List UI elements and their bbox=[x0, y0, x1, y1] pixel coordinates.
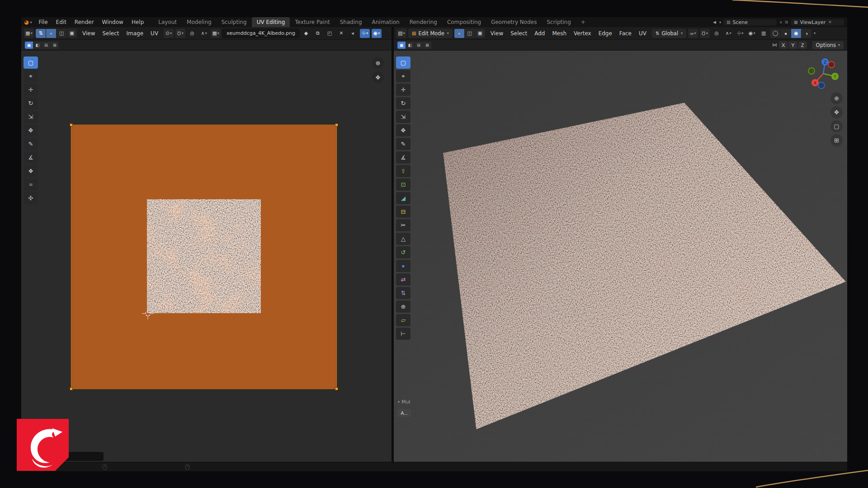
workspace-tab[interactable]: Animation bbox=[367, 17, 405, 27]
cursor-tool[interactable]: ⌖ bbox=[24, 70, 38, 82]
mode-selector[interactable]: ▧ Edit Mode ▾ bbox=[408, 29, 453, 38]
annotate-tool[interactable]: ✎ bbox=[396, 138, 410, 150]
uv-menu-item[interactable]: Select bbox=[99, 29, 123, 38]
measure-tool[interactable]: ∡ bbox=[396, 151, 410, 164]
uv-face-select[interactable]: ▣ bbox=[67, 29, 77, 38]
pin-toggle[interactable]: ➤ bbox=[348, 29, 358, 38]
falloff-curve-button[interactable]: ∧▾ bbox=[199, 29, 209, 38]
mesh-plane[interactable] bbox=[394, 51, 847, 462]
uv-menu-item[interactable]: View bbox=[79, 29, 99, 38]
rotate-tool[interactable]: ↻ bbox=[24, 97, 38, 109]
spin-tool[interactable]: ↺ bbox=[396, 246, 410, 258]
select-mode-subtract[interactable]: ⊟ bbox=[42, 42, 50, 49]
workspace-tab[interactable]: Shading bbox=[335, 17, 367, 27]
editor-type-button[interactable]: ▧▾ bbox=[396, 29, 406, 38]
menubar-item[interactable]: Render bbox=[71, 18, 98, 26]
shading-material[interactable]: ◉ bbox=[791, 29, 801, 38]
workspace-tab[interactable]: Texture Paint bbox=[290, 17, 335, 27]
transform-tool[interactable]: ✥ bbox=[24, 124, 38, 136]
proportional-editing-toggle[interactable]: ◎ bbox=[712, 29, 722, 38]
workspace-tab[interactable]: Sculpting bbox=[217, 17, 252, 27]
fake-user-toggle[interactable]: ◆ bbox=[301, 29, 311, 38]
mirror-axis-toggle[interactable]: X bbox=[779, 41, 788, 49]
viewport-menu-item[interactable]: Select bbox=[507, 29, 531, 38]
menubar-item[interactable]: Edit bbox=[52, 18, 71, 26]
viewport-menu-item[interactable]: UV bbox=[635, 29, 650, 38]
uv-corner-vertex[interactable] bbox=[335, 123, 338, 127]
viewport-menu-item[interactable]: Face bbox=[616, 29, 635, 38]
uv-canvas[interactable]: ▢⌖✛↻⇲✥✎∡❖≈✣ bbox=[21, 51, 392, 462]
scene-selector[interactable]: ▧ Scene bbox=[723, 19, 777, 26]
move-tool[interactable]: ✛ bbox=[396, 84, 410, 96]
select-mode-intersect[interactable]: ⊞ bbox=[51, 42, 59, 49]
zoom-gizmo[interactable]: ⊕ bbox=[372, 57, 384, 69]
perspective-toggle-gizmo[interactable]: ⊞ bbox=[830, 134, 843, 146]
face-select-mode[interactable]: ▣ bbox=[475, 29, 485, 38]
viewport-3d-canvas[interactable]: ▢⌖✛↻⇲✥✎∡⇧⊡◢⊟✂△↺●⇄⇅⊕▱⊢ Z Y bbox=[394, 51, 847, 462]
shading-solid[interactable]: ● bbox=[781, 29, 791, 38]
uv-sync-selection-toggle[interactable]: ⇅ bbox=[36, 29, 46, 38]
uv-corner-vertex[interactable] bbox=[70, 387, 73, 390]
scale-tool[interactable]: ⇲ bbox=[24, 111, 38, 123]
unlink-image-button[interactable]: ✕ bbox=[336, 29, 346, 38]
xray-toggle[interactable]: ▥ bbox=[759, 29, 769, 38]
menubar-item[interactable]: Window bbox=[98, 18, 127, 26]
edge-select-mode[interactable]: ◫ bbox=[465, 29, 475, 38]
viewport-menu-item[interactable]: Vertex bbox=[570, 29, 595, 38]
blender-logo-icon[interactable]: ◕▾ bbox=[24, 19, 32, 25]
pan-gizmo[interactable]: ✥ bbox=[830, 106, 843, 118]
uv-corner-vertex[interactable] bbox=[70, 123, 73, 127]
image-name-field[interactable]: xeumddcga_4K_Albedo.png bbox=[222, 29, 299, 38]
menubar-item[interactable]: File bbox=[35, 18, 52, 26]
knife-tool[interactable]: ✂ bbox=[396, 219, 410, 231]
overlays-toggle[interactable]: ◉▾ bbox=[372, 29, 382, 38]
workspace-tab[interactable]: Rendering bbox=[405, 17, 442, 27]
shading-wireframe[interactable]: ◯ bbox=[770, 29, 780, 38]
proportional-editing-toggle[interactable]: ◎ bbox=[187, 29, 197, 38]
browse-image-button[interactable]: ▦▾ bbox=[211, 29, 221, 38]
show-overlays-toggle[interactable]: ◉▾ bbox=[747, 29, 757, 38]
shear-tool[interactable]: ▱ bbox=[396, 314, 410, 326]
horizontal-scrollbar[interactable] bbox=[65, 452, 104, 461]
grab-tool[interactable]: ❖ bbox=[24, 165, 38, 177]
viewport-menu-item[interactable]: View bbox=[487, 29, 507, 38]
vertex-select-mode[interactable]: ▫ bbox=[454, 29, 464, 38]
close-icon[interactable]: ✕ bbox=[828, 20, 832, 24]
shading-dropdown-icon[interactable]: ▾ bbox=[814, 31, 816, 35]
viewport-menu-item[interactable]: Add bbox=[531, 29, 548, 38]
transform-tool[interactable]: ✥ bbox=[396, 124, 410, 136]
uv-vertex-select[interactable]: ▫ bbox=[46, 29, 56, 38]
measure-tool[interactable]: ∡ bbox=[24, 151, 38, 164]
options-dropdown[interactable]: Options ▾ bbox=[812, 41, 844, 49]
workspace-tab[interactable]: UV Editing bbox=[252, 17, 290, 27]
viewport-menu-item[interactable]: Edge bbox=[595, 29, 616, 38]
move-tool[interactable]: ✛ bbox=[24, 84, 38, 96]
snapping-button[interactable]: Ω▾ bbox=[700, 29, 710, 38]
select-mode-extend[interactable]: ◧ bbox=[406, 42, 414, 49]
workspace-tab[interactable]: Geometry Nodes bbox=[486, 17, 542, 27]
select-mode-extend[interactable]: ◧ bbox=[33, 42, 42, 49]
gizmos-toggle[interactable]: ⊹▾ bbox=[360, 29, 370, 38]
pan-gizmo[interactable]: ✥ bbox=[372, 71, 384, 83]
workspace-tab[interactable]: Modeling bbox=[182, 17, 217, 27]
uv-corner-vertex[interactable] bbox=[335, 387, 338, 390]
pinch-tool[interactable]: ✣ bbox=[24, 192, 38, 204]
uv-menu-item[interactable]: Image bbox=[123, 29, 147, 38]
extrude-tool[interactable]: ⇧ bbox=[396, 165, 410, 177]
to-sphere-tool[interactable]: ⊕ bbox=[396, 300, 410, 313]
show-gizmos-toggle[interactable]: ⊹▾ bbox=[735, 29, 745, 38]
uv-selection-square[interactable] bbox=[71, 125, 337, 389]
transform-orientation[interactable]: ⇅ Global ▾ bbox=[652, 29, 686, 38]
poly-build-tool[interactable]: △ bbox=[396, 233, 410, 245]
pivot-point-button[interactable]: ⊙▾ bbox=[164, 29, 174, 38]
editor-type-button[interactable]: ▦▾ bbox=[24, 29, 34, 38]
shrink-flatten-tool[interactable]: ⇅ bbox=[396, 287, 410, 299]
menubar-item[interactable]: Help bbox=[127, 18, 148, 26]
mirror-axis-toggle[interactable]: Y bbox=[788, 41, 797, 49]
annotate-tool[interactable]: ✎ bbox=[24, 138, 38, 150]
snapping-button[interactable]: Ω▾ bbox=[175, 29, 185, 38]
bevel-tool[interactable]: ◢ bbox=[396, 192, 410, 204]
mirror-axis-toggle[interactable]: Z bbox=[798, 41, 807, 49]
edge-slide-tool[interactable]: ⇄ bbox=[396, 273, 410, 286]
tweak-select-tool[interactable]: ▢ bbox=[24, 56, 38, 69]
